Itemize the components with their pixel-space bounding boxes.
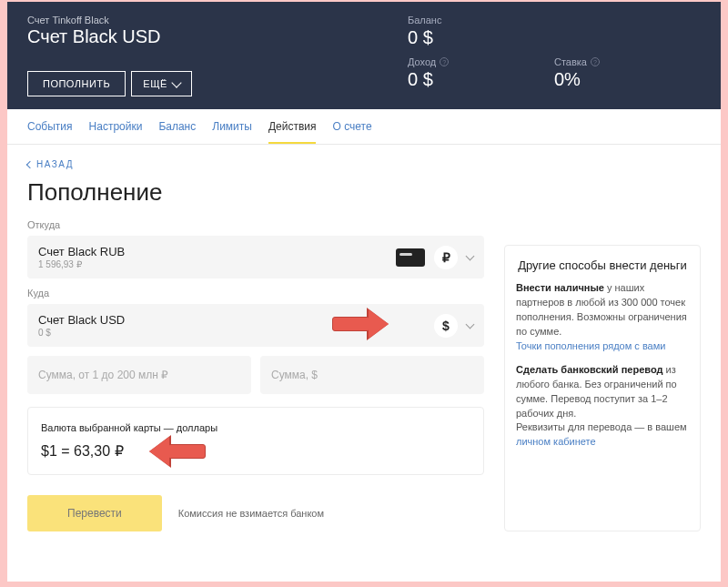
back-link[interactable]: НАЗАД	[27, 159, 484, 169]
chevron-down-icon	[466, 251, 475, 260]
cash-points-link[interactable]: Точки пополнения рядом с вами	[516, 340, 665, 351]
to-label: Куда	[27, 288, 484, 299]
stat-income: Доход? 0 $	[408, 56, 554, 90]
tab-О счете[interactable]: О счете	[332, 109, 371, 144]
card-icon	[396, 248, 425, 267]
currency-badge-rub: ₽	[434, 246, 458, 269]
amount-usd-input[interactable]: Сумма, $	[260, 356, 484, 394]
side-title: Другие способы внести деньги	[516, 258, 689, 272]
stat-balance: Баланс 0 $	[408, 15, 701, 48]
other-methods-panel: Другие способы внести деньги Внести нали…	[504, 245, 701, 531]
tab-Лимиты[interactable]: Лимиты	[212, 109, 252, 144]
exchange-rate-box: Валюта выбранной карты — доллары $1 = 63…	[27, 407, 484, 475]
chevron-down-icon	[171, 77, 181, 87]
fee-note: Комиссия не взимается банком	[178, 508, 324, 519]
from-account-select[interactable]: Счет Black RUB 1 596,93 ₽ ₽	[27, 236, 484, 278]
tab-Баланс[interactable]: Баланс	[158, 109, 196, 144]
tab-Действия[interactable]: Действия	[268, 109, 317, 144]
requisites-link[interactable]: личном кабинете	[516, 436, 596, 447]
tab-bar: СобытияНастройкиБалансЛимитыДействияО сч…	[7, 109, 721, 145]
stat-rate: Ставка? 0%	[554, 56, 701, 90]
help-icon[interactable]: ?	[591, 57, 600, 66]
from-label: Откуда	[27, 219, 484, 230]
tab-Настройки[interactable]: Настройки	[89, 109, 143, 144]
amount-rub-input[interactable]: Сумма, от 1 до 200 млн ₽	[27, 356, 251, 394]
chevron-left-icon	[26, 160, 34, 167]
transfer-button[interactable]: Перевести	[27, 495, 162, 531]
to-account-select[interactable]: Счет Black USD 0 $ $	[27, 304, 484, 347]
more-button[interactable]: ЕЩЁ	[131, 71, 192, 96]
chevron-down-icon	[466, 319, 475, 329]
help-icon[interactable]: ?	[440, 57, 449, 66]
tab-События[interactable]: События	[27, 109, 73, 144]
page-title: Пополнение	[27, 178, 484, 207]
currency-badge-usd: $	[434, 314, 458, 338]
account-header: Счет Tinkoff Black Счет Black USD Баланс…	[7, 2, 721, 109]
deposit-button[interactable]: ПОПОЛНИТЬ	[27, 71, 126, 96]
